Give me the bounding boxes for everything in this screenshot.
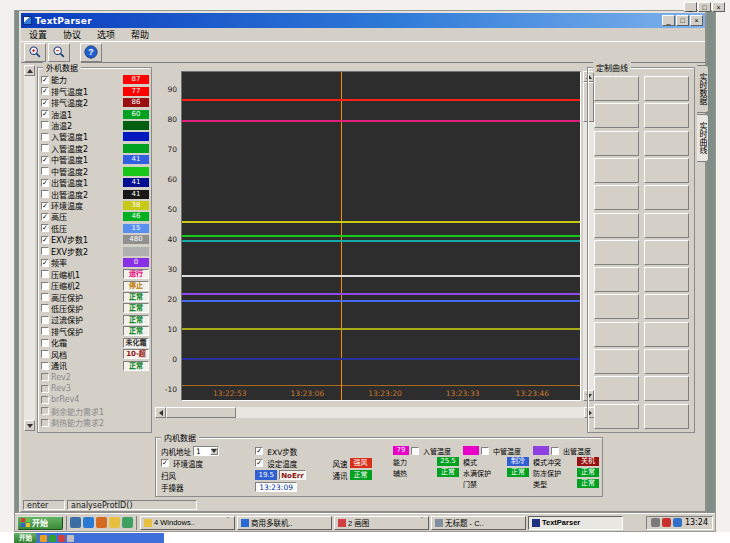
task-button[interactable]: 商用多联机.. xyxy=(237,516,332,530)
custom-curve-slot[interactable] xyxy=(644,267,689,292)
scroll-left-button[interactable] xyxy=(155,407,166,418)
scroll-track[interactable] xyxy=(24,76,35,420)
custom-curve-slot[interactable] xyxy=(594,376,639,401)
custom-curve-slot[interactable] xyxy=(594,185,639,210)
checkbox[interactable] xyxy=(41,121,49,129)
show-desktop-icon[interactable] xyxy=(70,517,81,528)
custom-curve-slot[interactable] xyxy=(594,267,639,292)
checkbox[interactable] xyxy=(481,447,489,455)
checkbox-checked[interactable] xyxy=(41,259,49,267)
checkbox[interactable] xyxy=(41,144,49,152)
custom-curve-slot[interactable] xyxy=(594,158,639,183)
scroll-track[interactable] xyxy=(236,407,584,418)
checkbox[interactable] xyxy=(551,447,559,455)
checkbox-checked[interactable] xyxy=(41,76,49,84)
custom-curve-slot[interactable] xyxy=(594,322,639,347)
checkbox-checked[interactable] xyxy=(41,202,49,210)
custom-curve-slot[interactable] xyxy=(644,294,689,319)
custom-curve-slot[interactable] xyxy=(644,76,689,101)
outer-maximize-button[interactable]: □ xyxy=(698,2,711,12)
menu-item-协议[interactable]: 协议 xyxy=(55,28,89,41)
checkbox[interactable] xyxy=(41,190,49,198)
checkbox[interactable] xyxy=(41,282,49,290)
volume-icon[interactable] xyxy=(651,518,660,527)
app-icon[interactable] xyxy=(40,535,47,542)
checkbox[interactable] xyxy=(41,133,49,141)
custom-curve-slot[interactable] xyxy=(594,240,639,265)
ie-icon[interactable] xyxy=(83,517,94,528)
help-button[interactable]: ? xyxy=(80,43,102,62)
outdoor-scrollbar[interactable] xyxy=(24,65,35,431)
maximize-button[interactable]: □ xyxy=(676,15,689,26)
custom-curve-slot[interactable] xyxy=(644,322,689,347)
custom-curve-slot[interactable] xyxy=(594,404,639,429)
checkbox[interactable] xyxy=(41,316,49,324)
custom-curve-slot[interactable] xyxy=(644,404,689,429)
scroll-down-button[interactable] xyxy=(24,420,35,431)
checkbox-checked[interactable] xyxy=(41,87,49,95)
chart-horizontal-scrollbar[interactable] xyxy=(155,407,595,418)
checkbox-checked[interactable] xyxy=(41,224,49,232)
outer-start-button[interactable]: 开始 xyxy=(14,533,37,543)
custom-curve-slot[interactable] xyxy=(644,131,689,156)
task-button[interactable]: TextParser xyxy=(528,516,623,530)
custom-curve-slot[interactable] xyxy=(594,103,639,128)
env-temp-checkbox[interactable] xyxy=(161,459,169,467)
zoom-in-button[interactable] xyxy=(24,43,46,62)
address-select[interactable]: 1 xyxy=(193,446,219,456)
title-bar[interactable]: TextParser _ □ × xyxy=(21,13,705,28)
mail-icon[interactable] xyxy=(122,517,133,528)
set-temp-checkbox[interactable] xyxy=(255,459,263,467)
checkbox-checked[interactable] xyxy=(41,99,49,107)
checkbox[interactable] xyxy=(41,167,49,175)
custom-curve-slot[interactable] xyxy=(594,131,639,156)
checkbox-checked[interactable] xyxy=(41,156,49,164)
custom-curve-slot[interactable] xyxy=(594,294,639,319)
checkbox-checked[interactable] xyxy=(41,179,49,187)
checkbox[interactable] xyxy=(41,247,49,255)
custom-curve-slot[interactable] xyxy=(594,76,639,101)
outer-close-button[interactable]: × xyxy=(712,2,725,12)
checkbox[interactable] xyxy=(41,327,49,335)
scroll-up-button[interactable] xyxy=(24,65,35,76)
checkbox[interactable] xyxy=(41,270,49,278)
checkbox-checked[interactable] xyxy=(41,213,49,221)
custom-curve-slot[interactable] xyxy=(644,376,689,401)
menu-item-选项[interactable]: 选项 xyxy=(89,28,123,41)
folder-icon[interactable] xyxy=(109,517,120,528)
outer-minimize-button[interactable]: _ xyxy=(684,2,697,12)
zoom-out-button[interactable] xyxy=(48,43,70,62)
side-tab-1[interactable]: 实时数据 xyxy=(697,65,709,113)
close-button[interactable]: × xyxy=(690,15,703,26)
custom-curve-slot[interactable] xyxy=(644,213,689,238)
checkbox[interactable] xyxy=(41,339,49,347)
menu-item-设置[interactable]: 设置 xyxy=(21,28,55,41)
custom-curve-slot[interactable] xyxy=(644,103,689,128)
task-button[interactable]: 无标题 - C.. xyxy=(431,516,526,530)
plot-area[interactable]: 13:22:5313:23:0613:23:2013:23:3313:23:46 xyxy=(181,71,581,401)
checkbox[interactable] xyxy=(41,304,49,312)
minimize-button[interactable]: _ xyxy=(662,15,675,26)
custom-curve-slot[interactable] xyxy=(644,240,689,265)
custom-curve-slot[interactable] xyxy=(594,213,639,238)
checkbox-checked[interactable] xyxy=(41,236,49,244)
checkbox[interactable] xyxy=(41,362,49,370)
checkbox-checked[interactable] xyxy=(41,110,49,118)
chevron-down-icon[interactable] xyxy=(210,447,218,455)
custom-curve-slot[interactable] xyxy=(644,185,689,210)
side-tab-2[interactable]: 实时曲线 xyxy=(697,114,709,162)
task-button[interactable]: 2 画图 xyxy=(334,516,429,530)
checkbox[interactable] xyxy=(411,447,419,455)
custom-curve-slot[interactable] xyxy=(644,349,689,374)
app-icon[interactable] xyxy=(67,535,74,542)
custom-curve-slot[interactable] xyxy=(594,349,639,374)
checkbox[interactable] xyxy=(41,350,49,358)
exv-steps-checkbox[interactable] xyxy=(255,447,263,455)
custom-curve-slot[interactable] xyxy=(644,158,689,183)
antivirus-icon[interactable] xyxy=(662,518,671,527)
task-button[interactable]: 4 Windows.. xyxy=(140,516,235,530)
checkbox[interactable] xyxy=(41,293,49,301)
network-icon[interactable] xyxy=(673,518,682,527)
taskbar-clock[interactable]: 13:24 xyxy=(685,518,708,527)
scroll-thumb[interactable] xyxy=(166,407,236,418)
